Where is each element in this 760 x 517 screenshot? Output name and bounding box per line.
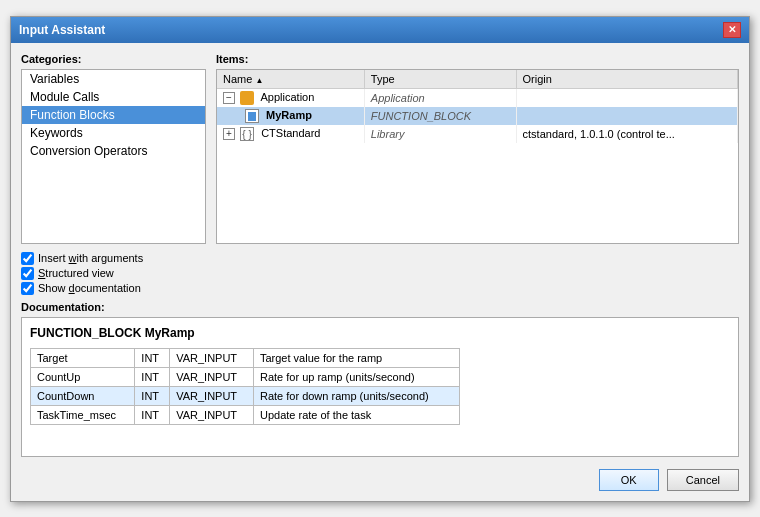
categories-list: Variables Module Calls Function Blocks K… <box>21 69 206 244</box>
bottom-buttons: OK Cancel <box>21 465 739 491</box>
ok-button[interactable]: OK <box>599 469 659 491</box>
show-documentation-checkbox[interactable] <box>21 282 34 295</box>
table-row[interactable]: + { } CTStandard Library ctstandard, 1.0… <box>217 125 738 143</box>
doc-row-desc: Target value for the ramp <box>253 348 459 367</box>
documentation-box[interactable]: FUNCTION_BLOCK MyRamp Target INT VAR_INP… <box>21 317 739 457</box>
item-origin: ctstandard, 1.0.1.0 (control te... <box>523 128 675 140</box>
doc-table: Target INT VAR_INPUT Target value for th… <box>30 348 460 425</box>
table-row[interactable]: − Application Application <box>217 88 738 107</box>
structured-view-label: Structured view <box>38 267 114 279</box>
doc-row-name: CountDown <box>31 386 135 405</box>
sidebar-item-conversion-operators[interactable]: Conversion Operators <box>22 142 205 160</box>
structured-view-row: Structured view <box>21 267 739 280</box>
collapse-icon[interactable]: − <box>223 92 235 104</box>
dialog-body: Categories: Variables Module Calls Funct… <box>11 43 749 501</box>
doc-row-type: INT <box>135 348 170 367</box>
items-table-header: Name Type Origin <box>217 70 738 89</box>
items-panel: Items: Name Type <box>216 53 739 244</box>
categories-label: Categories: <box>21 53 206 65</box>
input-assistant-dialog: Input Assistant ✕ Categories: Variables … <box>10 16 750 502</box>
sidebar-item-function-blocks[interactable]: Function Blocks <box>22 106 205 124</box>
table-row: TaskTime_msec INT VAR_INPUT Update rate … <box>31 405 460 424</box>
doc-row-type: INT <box>135 386 170 405</box>
doc-row-desc: Update rate of the task <box>253 405 459 424</box>
item-name: MyRamp <box>266 109 312 121</box>
show-documentation-label: Show documentation <box>38 282 141 294</box>
documentation-section: Documentation: FUNCTION_BLOCK MyRamp Tar… <box>21 301 739 457</box>
insert-with-arguments-checkbox[interactable] <box>21 252 34 265</box>
lib-icon: { } <box>240 127 254 141</box>
doc-row-name: TaskTime_msec <box>31 405 135 424</box>
col-header-origin[interactable]: Origin <box>516 70 737 89</box>
item-type: FUNCTION_BLOCK <box>371 110 471 122</box>
col-header-name[interactable]: Name <box>217 70 364 89</box>
table-row: Target INT VAR_INPUT Target value for th… <box>31 348 460 367</box>
doc-row-desc: Rate for up ramp (units/second) <box>253 367 459 386</box>
cancel-button[interactable]: Cancel <box>667 469 739 491</box>
insert-with-arguments-row: Insert with arguments <box>21 252 739 265</box>
title-bar: Input Assistant ✕ <box>11 17 749 43</box>
table-row: CountDown INT VAR_INPUT Rate for down ra… <box>31 386 460 405</box>
categories-panel: Categories: Variables Module Calls Funct… <box>21 53 206 244</box>
items-label: Items: <box>216 53 739 65</box>
close-button[interactable]: ✕ <box>723 22 741 38</box>
structured-view-checkbox[interactable] <box>21 267 34 280</box>
item-name: Application <box>261 91 315 103</box>
doc-title: FUNCTION_BLOCK MyRamp <box>30 326 730 340</box>
sidebar-item-module-calls[interactable]: Module Calls <box>22 88 205 106</box>
doc-row-type: INT <box>135 367 170 386</box>
col-header-type[interactable]: Type <box>364 70 516 89</box>
app-icon <box>240 91 254 105</box>
sidebar-item-keywords[interactable]: Keywords <box>22 124 205 142</box>
top-section: Categories: Variables Module Calls Funct… <box>21 53 739 244</box>
items-table-container: Name Type Origin <box>216 69 739 244</box>
doc-row-scope: VAR_INPUT <box>170 367 254 386</box>
sidebar-item-variables[interactable]: Variables <box>22 70 205 88</box>
show-documentation-row: Show documentation <box>21 282 739 295</box>
item-name: CTStandard <box>261 127 320 139</box>
item-type: Application <box>371 92 425 104</box>
expand-icon[interactable]: + <box>223 128 235 140</box>
options-section: Insert with arguments Structured view Sh… <box>21 252 739 295</box>
insert-with-arguments-label: Insert with arguments <box>38 252 143 264</box>
fb-icon <box>245 109 259 123</box>
doc-row-scope: VAR_INPUT <box>170 386 254 405</box>
doc-row-scope: VAR_INPUT <box>170 405 254 424</box>
table-row: CountUp INT VAR_INPUT Rate for up ramp (… <box>31 367 460 386</box>
items-table: Name Type Origin <box>217 70 738 143</box>
dialog-title: Input Assistant <box>19 23 105 37</box>
doc-row-type: INT <box>135 405 170 424</box>
item-type: Library <box>371 128 405 140</box>
doc-row-desc: Rate for down ramp (units/second) <box>253 386 459 405</box>
doc-row-scope: VAR_INPUT <box>170 348 254 367</box>
doc-row-name: CountUp <box>31 367 135 386</box>
doc-row-name: Target <box>31 348 135 367</box>
table-row[interactable]: MyRamp FUNCTION_BLOCK <box>217 107 738 125</box>
documentation-label: Documentation: <box>21 301 739 313</box>
